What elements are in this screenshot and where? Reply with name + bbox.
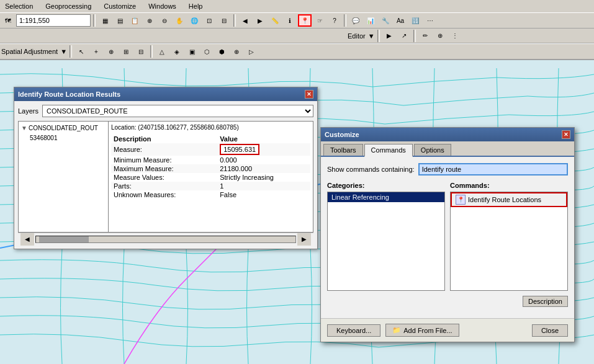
identify-dialog-titlebar: Identify Route Location Results ✕ [14, 87, 317, 101]
info-table: Description Value Measure: 15095.631 Min… [111, 135, 310, 199]
description-btn[interactable]: Description [523, 296, 568, 307]
tb-measure[interactable]: 📏 [268, 14, 282, 27]
table-val-unknown: False [217, 190, 310, 199]
sep-1 [93, 14, 96, 27]
table-row: Minimum Measure: 0.000 [111, 156, 310, 164]
identify-dialog-close[interactable]: ✕ [305, 90, 313, 99]
table-val-parts: 1 [217, 182, 310, 190]
scroll-thumb [39, 236, 89, 242]
customize-close-btn[interactable]: ✕ [562, 130, 570, 139]
add-from-file-btn[interactable]: 📁 Add From File... [385, 324, 459, 337]
tb-globe[interactable]: 🌐 [187, 14, 201, 27]
scroll-track[interactable] [35, 236, 296, 243]
sep-6 [70, 45, 72, 58]
tb-grid[interactable]: ▦ [98, 14, 112, 27]
tb-calc[interactable]: 🔢 [408, 14, 422, 27]
info-pane: Location: (2407158.106277, 2558680.68078… [109, 122, 313, 232]
table-val-mv: Strictly Increasing [217, 173, 310, 182]
sa-btn-1[interactable]: ↖ [74, 45, 88, 58]
tb-ext2[interactable]: ⊟ [217, 14, 231, 27]
command-item[interactable]: 📍 Identify Route Locations [451, 192, 567, 207]
tb-tools[interactable]: 🔧 [379, 14, 392, 27]
scroll-right-btn[interactable]: ▶ [297, 233, 311, 246]
layers-select[interactable]: CONSOLIDATED_ROUTE [42, 105, 313, 117]
tb-more[interactable]: ⋯ [423, 14, 437, 27]
categories-label: Categories: [327, 182, 445, 189]
sa-btn-9[interactable]: ⬡ [200, 45, 214, 58]
tb-ext[interactable]: ⊡ [202, 14, 216, 27]
editor-dropdown[interactable]: ▼ [368, 32, 375, 40]
spatial-adj-label[interactable]: Spatial Adjustment [1, 48, 58, 55]
keyboard-btn[interactable]: Keyboard... [327, 324, 380, 337]
sa-btn-6[interactable]: △ [155, 45, 169, 58]
tb-btn-1[interactable]: 🗺 [1, 14, 15, 27]
categories-col: Categories: Linear Referencing [327, 182, 445, 307]
edit-btn-1[interactable]: ▶ [382, 30, 396, 42]
tab-options[interactable]: Options [414, 144, 451, 156]
sa-btn-4[interactable]: ⊞ [119, 45, 133, 58]
sa-btn-11[interactable]: ⊕ [230, 45, 243, 58]
measure-highlight: 15095.631 [220, 144, 259, 155]
tab-toolbars[interactable]: Toolbars [323, 144, 363, 156]
show-commands-label: Show commands containing: [327, 166, 415, 173]
tb-identify[interactable]: ℹ [283, 14, 297, 27]
sa-btn-7[interactable]: ◈ [170, 45, 184, 58]
edit-more[interactable]: ⋮ [448, 30, 462, 42]
commands-listbox[interactable]: 📍 Identify Route Locations [450, 192, 568, 291]
identify-dialog: Identify Route Location Results ✕ Layers… [14, 87, 318, 249]
table-label-measure: Measure: [111, 143, 217, 156]
tb-grid2[interactable]: ▤ [113, 14, 127, 27]
tb-help[interactable]: ? [328, 14, 341, 27]
search-commands-input[interactable] [418, 163, 568, 175]
tb-arrow-r[interactable]: ▶ [253, 14, 267, 27]
tb-table[interactable]: 📊 [364, 14, 377, 27]
editor-label[interactable]: Editor [348, 32, 366, 40]
tb-zoom-in[interactable]: ⊕ [143, 14, 156, 27]
sa-btn-5[interactable]: ⊟ [134, 45, 148, 58]
sa-btn-2[interactable]: + [89, 45, 103, 58]
sep-3 [344, 14, 346, 27]
tb-zoom-out[interactable]: ⊖ [158, 14, 171, 27]
menu-bar: Selection Geoprocessing Customize Window… [0, 0, 594, 12]
menu-selection[interactable]: Selection [2, 1, 35, 11]
category-item-linear[interactable]: Linear Referencing [328, 192, 444, 202]
tb-arrow-l[interactable]: ◀ [238, 14, 252, 27]
columns-area: Categories: Linear Referencing Commands:… [327, 182, 568, 307]
categories-listbox[interactable]: Linear Referencing [327, 192, 445, 291]
layers-row: Layers CONSOLIDATED_ROUTE [18, 105, 313, 117]
table-label-min: Minimum Measure: [111, 156, 217, 164]
edit-btn-2[interactable]: ↗ [397, 30, 411, 42]
scroll-left-btn[interactable]: ◀ [20, 233, 34, 246]
sa-btn-3[interactable]: ⊕ [104, 45, 118, 58]
edit-line[interactable]: ✏ [418, 30, 432, 42]
sep-5 [413, 30, 416, 42]
sa-btn-8[interactable]: ▣ [185, 45, 199, 58]
table-val-max: 21180.000 [217, 164, 310, 173]
tree-child-node[interactable]: 53468001 [30, 134, 106, 143]
close-btn[interactable]: Close [532, 324, 568, 337]
scale-box[interactable]: 1:191,550 [16, 14, 91, 27]
table-row: Measure Values: Strictly Increasing [111, 173, 310, 182]
edit-node[interactable]: ⊕ [433, 30, 447, 42]
tb-select[interactable]: ☞ [313, 14, 326, 27]
sa-btn-10[interactable]: ⬢ [215, 45, 228, 58]
sa-btn-12[interactable]: ▷ [245, 45, 258, 58]
menu-customize[interactable]: Customize [101, 1, 138, 11]
sep-7 [150, 45, 153, 58]
tree-root-node[interactable]: ▼ CONSOLIDATED_ROUT [21, 124, 106, 133]
tb-hand[interactable]: ✋ [173, 14, 186, 27]
info-location: Location: (2407158.106277, 2558680.68078… [111, 124, 310, 131]
tb-highlighted[interactable]: 📍 [298, 14, 312, 27]
spatial-adj-dropdown[interactable]: ▼ [60, 48, 67, 55]
menu-windows[interactable]: Windows [146, 1, 179, 11]
tb-abc[interactable]: Aa [394, 14, 407, 27]
menu-geoprocessing[interactable]: Geoprocessing [43, 1, 94, 11]
tb-layers[interactable]: 📋 [128, 14, 142, 27]
table-val-measure: 15095.631 [217, 143, 310, 156]
customize-titlebar: Customize ✕ [321, 128, 574, 141]
table-row: Maximum Measure: 21180.000 [111, 164, 310, 173]
tab-commands[interactable]: Commands [364, 144, 413, 157]
tb-chat[interactable]: 💬 [349, 14, 362, 27]
customize-body: Show commands containing: Categories: Li… [321, 157, 574, 318]
menu-help[interactable]: Help [186, 1, 205, 11]
